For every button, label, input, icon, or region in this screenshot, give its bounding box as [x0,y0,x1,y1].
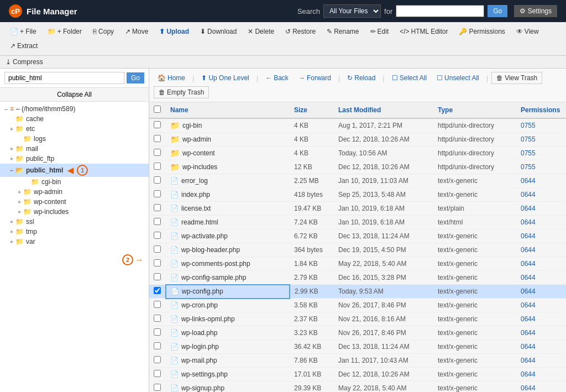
size-column-header[interactable]: Size [290,102,334,118]
new-folder-button[interactable]: 📁 + Folder [43,25,86,38]
copy-button[interactable]: ⎘ Copy [88,25,118,38]
table-row[interactable]: 📁wp-includes12 KBDec 12, 2018, 10:26 AMh… [149,160,566,174]
toolbar: 📄 + File 📁 + Folder ⎘ Copy ↗ Move ⬆ Uplo… [0,22,566,56]
tree-item-tmp[interactable]: + 📁 tmp [0,227,149,237]
row-checkbox[interactable] [154,315,161,322]
empty-trash-button[interactable]: 🗑 Empty Trash [154,86,209,98]
permissions-column-header[interactable]: Permissions [516,102,566,118]
table-row[interactable]: 📄wp-links-opml.php2.37 KBNov 21, 2016, 8… [149,312,566,326]
table-row[interactable]: 📁wp-content4 KBToday, 10:56 AMhttpd/unix… [149,147,566,160]
file-name: wp-content [182,149,215,157]
row-checkbox[interactable] [154,287,161,294]
reload-button[interactable]: ↻ Reload [343,72,379,83]
table-row[interactable]: 📄wp-login.php36.42 KBDec 13, 2018, 11:24… [149,340,566,354]
tree-item-wp-admin[interactable]: + 📁 wp-admin [0,187,149,197]
table-row[interactable]: 📄readme.html7.24 KBJan 10, 2019, 6:18 AM… [149,216,566,229]
table-row[interactable]: 📄wp-cron.php3.58 KBNov 26, 2017, 8:46 PM… [149,299,566,312]
row-checkbox[interactable] [154,176,161,184]
folder-icon-public-ftp: 📁 [15,155,24,163]
file-date: Dec 12, 2018, 10:26 AM [334,368,433,381]
tree-item-etc[interactable]: + 📁 etc [0,124,149,134]
file-permissions: 0644 [516,174,566,188]
tree-item-cgi-bin[interactable]: 📁 cgi-bin [0,177,149,187]
row-checkbox[interactable] [154,301,161,308]
table-row[interactable]: 📄wp-settings.php17.01 KBDec 12, 2018, 10… [149,368,566,381]
file-icon: 📄 [170,357,179,364]
row-checkbox[interactable] [154,149,161,156]
type-column-header[interactable]: Type [433,102,516,118]
row-checkbox[interactable] [154,190,161,197]
tree-item-logs[interactable]: 📁 logs [0,134,149,144]
compress-button[interactable]: ⤓ Compress [6,58,43,66]
table-row[interactable]: 📄wp-comments-post.php1.84 KBMay 22, 2018… [149,257,566,271]
row-checkbox[interactable] [154,218,161,225]
select-all-checkbox[interactable] [154,106,161,113]
unselect-all-button[interactable]: ☐ Unselect All [433,72,483,83]
table-row[interactable]: 📄wp-config-sample.php2.79 KBDec 16, 2015… [149,271,566,285]
row-checkbox[interactable] [154,135,161,142]
extract-button[interactable]: ↗ Extract [6,40,42,52]
select-all-button[interactable]: ☐ Select All [388,72,431,83]
row-checkbox[interactable] [154,342,161,349]
tree-item-wp-content[interactable]: + 📁 wp-content [0,197,149,207]
html-editor-button[interactable]: </> HTML Editor [395,25,452,38]
table-row[interactable]: 📁wp-admin4 KBDec 12, 2018, 10:26 AMhttpd… [149,133,566,147]
row-checkbox[interactable] [154,121,161,128]
table-row[interactable]: 📄error_log2.25 MBJan 10, 2019, 11:03 AMt… [149,174,566,188]
row-checkbox[interactable] [154,328,161,336]
home-button[interactable]: 🏠 Home [154,72,189,83]
table-row[interactable]: 📁cgi-bin4 KBAug 1, 2017, 2:21 PMhttpd/un… [149,118,566,133]
permissions-button[interactable]: 🔑 Permissions [454,25,509,38]
row-checkbox[interactable] [154,273,161,280]
sidebar-path-input[interactable] [4,72,124,84]
table-row[interactable]: 📄license.txt19.47 KBJan 10, 2019, 6:18 A… [149,202,566,216]
search-go-button[interactable]: Go [488,5,507,17]
tree-item-ssl[interactable]: + 📁 ssl [0,217,149,227]
new-file-button[interactable]: 📄 + File [6,25,41,38]
tree-item-root[interactable]: – ≡ – (/home/ithmm589) [0,104,149,114]
tree-item-wp-includes[interactable]: + 📁 wp-includes [0,207,149,217]
tree-item-var[interactable]: + 📁 var [0,237,149,247]
forward-button[interactable]: → Forward [295,72,335,83]
restore-button[interactable]: ↺ Restore [281,25,320,38]
tree-item-cache[interactable]: 📁 cache [0,114,149,124]
search-select[interactable]: All Your Files [323,4,381,18]
table-row[interactable]: 📄wp-signup.php29.39 KBMay 22, 2018, 5:40… [149,381,566,393]
download-button[interactable]: ⬇ Download [196,25,241,38]
row-checkbox[interactable] [154,259,161,266]
table-row[interactable]: 📄wp-config.php2.99 KBToday, 9:53 AMtext/… [149,285,566,299]
rename-button[interactable]: ✎ Rename [322,25,363,38]
row-checkbox[interactable] [154,163,161,170]
row-checkbox[interactable] [154,370,161,377]
move-button[interactable]: ↗ Move [120,25,153,38]
row-checkbox[interactable] [154,232,161,239]
folder-icon-ssl: 📁 [15,218,24,226]
tree-item-public-html[interactable]: – 📂 public_html ◀ 1 [0,164,149,177]
edit-button[interactable]: ✏ Edit [366,25,394,38]
table-row[interactable]: 📄wp-load.php3.23 KBNov 26, 2017, 8:46 PM… [149,326,566,340]
table-row[interactable]: 📄index.php418 bytesSep 25, 2013, 5:48 AM… [149,188,566,202]
tree-item-mail[interactable]: + 📁 mail [0,144,149,154]
file-size: 3.23 KB [290,326,334,340]
table-row[interactable]: 📄wp-blog-header.php364 bytesDec 19, 2015… [149,243,566,257]
search-input[interactable] [396,5,484,17]
upload-button[interactable]: ⬆ Upload [155,25,193,38]
row-checkbox[interactable] [154,204,161,211]
tree-toggle-cgi-bin [23,179,31,185]
row-checkbox[interactable] [154,384,161,391]
row-checkbox[interactable] [154,245,161,253]
sidebar-go-button[interactable]: Go [127,72,144,83]
collapse-all-button[interactable]: Collapse All [0,88,149,102]
view-trash-button[interactable]: 🗑 View Trash [491,72,542,84]
name-column-header[interactable]: Name [166,102,290,118]
row-checkbox[interactable] [154,356,161,363]
delete-button[interactable]: ✕ Delete [243,25,279,38]
settings-button[interactable]: ⚙ Settings [514,5,557,17]
date-column-header[interactable]: Last Modified [334,102,433,118]
up-one-level-button[interactable]: ⬆ Up One Level [197,72,253,83]
table-row[interactable]: 📄wp-mail.php7.86 KBJan 11, 2017, 10:43 A… [149,354,566,368]
table-row[interactable]: 📄wp-activate.php6.72 KBDec 13, 2018, 11:… [149,229,566,243]
back-button[interactable]: ← Back [261,72,292,83]
view-button[interactable]: 👁 View [512,25,543,38]
tree-item-public-ftp[interactable]: + 📁 public_ftp [0,154,149,164]
